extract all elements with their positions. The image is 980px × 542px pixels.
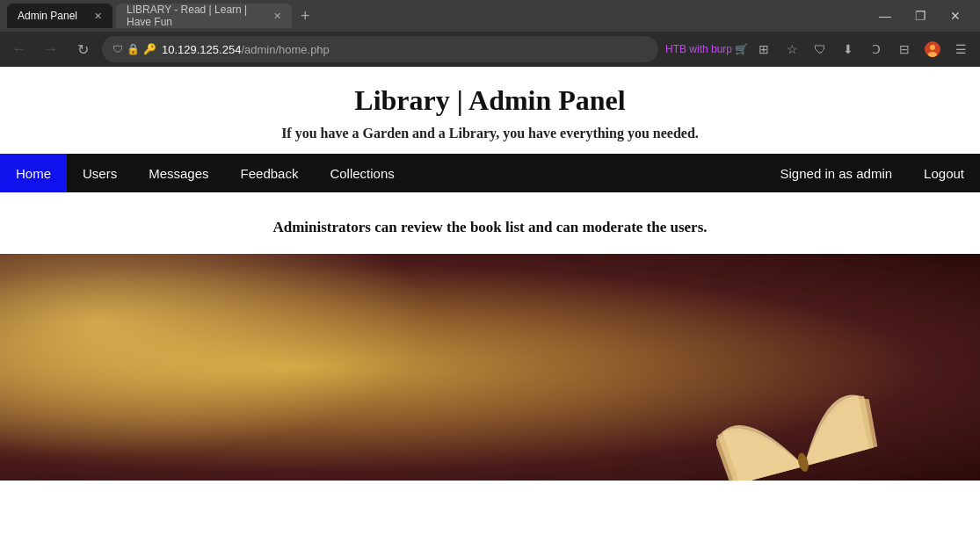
main-content: Administrators can review the book list … (0, 192, 980, 254)
reader-button[interactable]: Ↄ (864, 37, 889, 61)
url-domain: 10.129.125.254 (162, 43, 241, 56)
new-tab-button[interactable]: + (295, 7, 316, 25)
main-description: Administrators can review the book list … (0, 219, 980, 236)
page-subtitle: If you have a Garden and a Library, you … (0, 126, 980, 141)
address-security-icons: 🛡 🔒 🔑 (113, 43, 156, 55)
navbar: Home Users Messages Feedback Collections… (0, 154, 980, 192)
tab-admin-panel[interactable]: Admin Panel ✕ (7, 4, 113, 28)
nav-item-collections[interactable]: Collections (314, 154, 410, 192)
extensions-button[interactable]: ⊟ (892, 37, 917, 61)
close-button[interactable]: ✕ (938, 0, 973, 32)
nav-item-feedback[interactable]: Feedback (225, 154, 315, 192)
window-controls: — ❐ ✕ (867, 0, 973, 32)
account-icon (925, 41, 940, 57)
hero-image (0, 254, 980, 481)
toolbar-right: HTB with burp 🛒 ⊞ ☆ 🛡 ⬇ Ↄ ⊟ ☰ (665, 37, 973, 61)
tab-label-1: Admin Panel (18, 10, 77, 22)
tab-close-1[interactable]: ✕ (94, 11, 102, 22)
page-content: Library | Admin Panel If you have a Gard… (0, 67, 980, 481)
maximize-button[interactable]: ❐ (903, 0, 938, 32)
shield-icon: 🛡 (113, 43, 123, 55)
book-illustration (716, 322, 892, 481)
browser-chrome: Admin Panel ✕ LIBRARY - Read | Learn | H… (0, 0, 980, 67)
tab-close-2[interactable]: ✕ (273, 11, 281, 22)
signed-in-text: Signed in as admin (765, 166, 909, 181)
menu-button[interactable]: ☰ (948, 37, 973, 61)
address-bar: ← → ↻ 🛡 🔒 🔑 10.129.125.254/admin/home.ph… (0, 32, 980, 67)
back-button[interactable]: ← (7, 37, 32, 61)
logout-button[interactable]: Logout (908, 154, 980, 192)
nav-items: Home Users Messages Feedback Collections (0, 154, 765, 192)
svg-point-2 (928, 52, 937, 57)
page-header: Library | Admin Panel If you have a Gard… (0, 67, 980, 154)
cart-icon: 🛒 (735, 43, 748, 55)
address-input-wrap[interactable]: 🛡 🔒 🔑 10.129.125.254/admin/home.php (102, 36, 658, 62)
firefox-account-button[interactable] (920, 37, 945, 61)
nav-item-users[interactable]: Users (67, 154, 133, 192)
star-button[interactable]: ☆ (780, 37, 804, 61)
url-path: /admin/home.php (241, 43, 329, 56)
reload-button[interactable]: ↻ (70, 37, 95, 61)
tab-bar: Admin Panel ✕ LIBRARY - Read | Learn | H… (0, 0, 980, 32)
key-icon: 🔑 (143, 43, 156, 55)
page-title: Library | Admin Panel (0, 84, 980, 117)
svg-point-1 (930, 45, 935, 50)
tab-label-2: LIBRARY - Read | Learn | Have Fun (127, 4, 266, 28)
htb-label: HTB with burp (665, 43, 732, 55)
nav-item-messages[interactable]: Messages (133, 154, 224, 192)
lock-icon: 🔒 (127, 43, 140, 55)
grid-view-button[interactable]: ⊞ (751, 37, 776, 61)
pocket-button[interactable]: 🛡 (808, 37, 832, 61)
minimize-button[interactable]: — (867, 0, 903, 32)
htb-badge[interactable]: HTB with burp 🛒 (665, 43, 748, 55)
address-text[interactable]: 10.129.125.254/admin/home.php (162, 43, 648, 56)
nav-right: Signed in as admin Logout (765, 154, 980, 192)
forward-button[interactable]: → (39, 37, 63, 61)
tab-library[interactable]: LIBRARY - Read | Learn | Have Fun ✕ (116, 4, 292, 28)
nav-item-home[interactable]: Home (0, 154, 67, 192)
download-button[interactable]: ⬇ (836, 37, 860, 61)
